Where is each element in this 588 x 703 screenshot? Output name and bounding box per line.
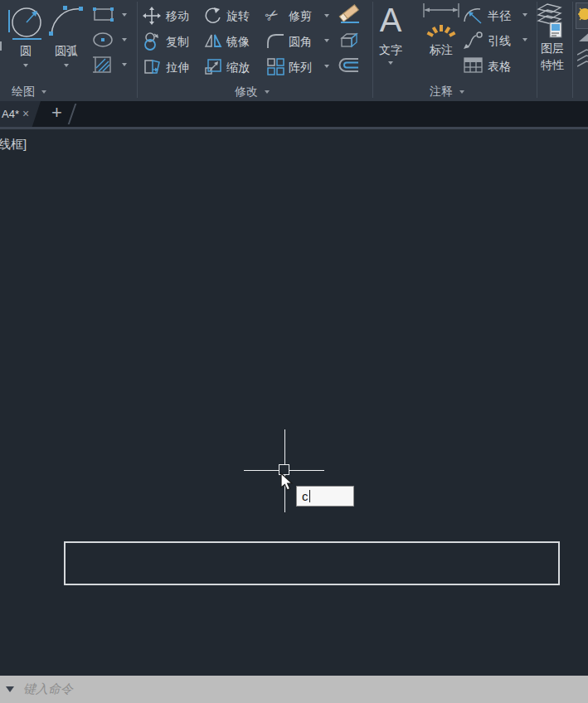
ellipse-tool-button[interactable] [91,30,129,50]
rectangle-entity[interactable] [64,541,560,585]
layer-icon-partial [579,30,588,41]
layer-properties-label-1: 图层 [541,42,564,54]
scale-icon [203,57,223,75]
panel-separator [572,2,573,98]
move-icon [143,7,161,25]
text-icon: A [380,2,402,38]
dimension-icon [420,2,463,41]
fillet-icon [265,32,285,50]
chevron-down-icon [324,65,329,68]
scale-button[interactable]: 缩放 [203,57,253,75]
arc-label: 圆弧 [55,45,78,56]
panel-separator [372,2,373,98]
layer-properties-icon [536,2,566,40]
tab-close-icon[interactable]: × [22,107,29,120]
rotate-button[interactable]: 旋转 [203,7,253,25]
ribbon: 圆 圆弧 [0,0,588,101]
chevron-down-icon [459,90,464,94]
offset-icon [338,56,361,75]
chevron-down-icon [41,90,46,94]
dimension-button[interactable]: 标注 [420,2,463,70]
copy-label: 复制 [166,36,189,47]
arc-icon [47,2,85,40]
layer-properties-label-2: 特性 [541,59,564,70]
explode-icon [338,30,361,51]
rotate-label: 旋转 [226,10,250,22]
copy-button[interactable]: 复制 [143,32,192,50]
new-tab-button[interactable]: + [51,102,62,124]
rectangle-tool-icon [91,5,116,23]
mirror-button[interactable]: 镜像 [203,32,253,50]
array-label: 阵列 [289,61,312,73]
move-label: 移动 [166,10,189,22]
rotate-icon [203,7,221,25]
arc-button[interactable]: 圆弧 [47,2,85,70]
chevron-down-icon [122,13,127,17]
draw-panel-title[interactable]: 绘图 [12,85,46,99]
leader-icon [463,31,484,51]
fillet-label: 圆角 [289,36,312,47]
tab-a4[interactable]: A4* [0,101,41,127]
mirror-label: 镜像 [226,36,250,47]
leader-button[interactable]: 引线 [463,31,531,51]
chevron-down-icon [388,61,393,65]
annotate-panel-title[interactable]: 注释 [430,85,464,99]
circle-label: 圆 [20,45,32,56]
fillet-button[interactable]: 圆角 [265,32,332,50]
annotate-panel-label: 注释 [430,85,453,99]
modify-panel-title[interactable]: 修改 [235,85,270,99]
tab-a4-label: A4* [2,108,19,120]
lightbulb-icon [576,3,588,27]
hatch-tool-button[interactable] [91,55,129,75]
move-button[interactable]: 移动 [143,7,192,25]
chevron-down-icon [265,90,270,94]
chevron-down-icon [122,38,127,41]
layer-off-button[interactable] [576,2,588,29]
dynamic-input-value: c [302,489,309,503]
array-button[interactable]: 阵列 [265,57,332,75]
layer-properties-button[interactable]: 图层 特性 [536,2,569,76]
text-label: 文字 [379,44,402,56]
drawing-canvas[interactable]: 线框] c [0,129,588,676]
trim-icon: ✂ [261,4,282,27]
chevron-down-icon [522,13,527,17]
radius-label: 半径 [488,10,511,22]
text-caret [309,490,311,502]
explode-button[interactable] [338,30,361,51]
circle-button[interactable]: 圆 [7,2,45,70]
trim-label: 修剪 [289,10,312,22]
chevron-down-icon [324,14,329,17]
table-icon [463,56,484,75]
offset-button[interactable] [338,56,361,75]
stretch-button[interactable]: 拉伸 [143,57,192,75]
command-prompt: 键入命令 [23,681,73,697]
autocad-window: 圆 圆弧 [0,0,588,703]
tab-divider [68,104,77,124]
table-button[interactable]: 表格 [463,56,531,76]
table-label: 表格 [488,61,511,72]
radius-icon [463,6,484,26]
chevron-down-icon [522,38,527,41]
copy-icon [143,32,163,51]
text-button[interactable]: A 文字 [375,2,406,70]
scale-label: 缩放 [226,61,250,73]
stretch-label: 拉伸 [166,61,189,73]
circle-icon [7,2,45,41]
cutoff-icon-sliver [0,41,2,51]
mirror-icon [203,32,223,50]
hatch-tool-icon [91,55,116,75]
command-bar[interactable]: 键入命令 [0,676,588,703]
draw-panel-label: 绘图 [12,85,35,99]
radius-button[interactable]: 半径 [463,6,531,26]
modify-panel-label: 修改 [235,85,258,99]
mouse-cursor-icon [280,473,295,492]
viewport-visual-style-label[interactable]: 线框] [0,137,27,153]
rectangle-tool-button[interactable] [91,5,129,25]
trim-button[interactable]: ✂ 修剪 [265,7,332,25]
chevron-down-icon [122,63,127,66]
stretch-icon [143,57,163,75]
dynamic-input-field[interactable]: c [296,486,354,507]
file-tab-bar: A4* × + [0,101,588,127]
command-history-icon[interactable] [6,686,14,692]
erase-button[interactable] [338,2,364,26]
